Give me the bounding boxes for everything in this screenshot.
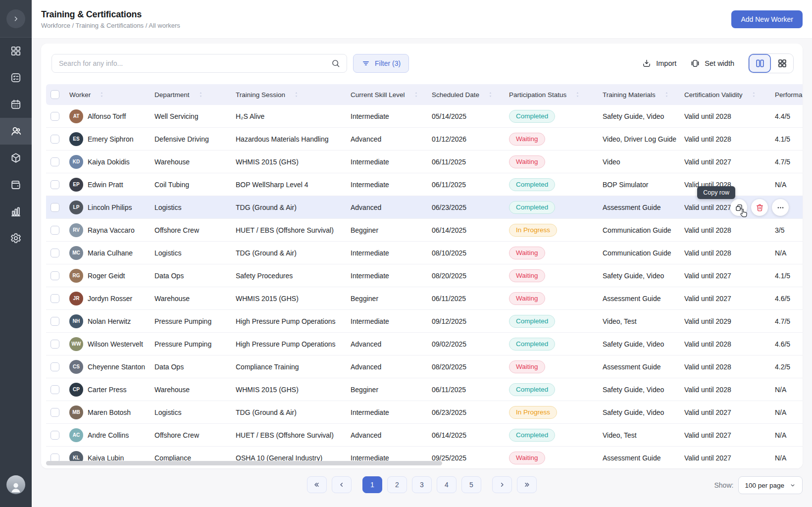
column-header-scheduled-date[interactable]: Scheduled Date xyxy=(432,91,509,99)
row-checkbox[interactable] xyxy=(51,112,59,121)
sort-icon[interactable] xyxy=(100,91,104,99)
sort-icon[interactable] xyxy=(664,91,669,99)
row-checkbox[interactable] xyxy=(51,203,59,212)
search-input[interactable] xyxy=(51,54,347,73)
certification-validity-cell: Valid until 2027 xyxy=(684,158,775,166)
sort-icon[interactable] xyxy=(294,91,299,99)
horizontal-scrollbar[interactable] xyxy=(46,461,442,465)
row-checkbox[interactable] xyxy=(51,408,59,417)
sidebar-item-finance[interactable] xyxy=(0,171,32,198)
table-row[interactable]: NHNolan HerwitzPressure PumpingHigh Pres… xyxy=(46,310,803,333)
row-checkbox[interactable] xyxy=(51,317,59,326)
status-badge: Waiting xyxy=(509,247,545,259)
table-row[interactable]: RVRayna VaccaroOffshore CrewHUET / EBS (… xyxy=(46,219,803,242)
page-button-5[interactable]: 5 xyxy=(461,476,481,493)
sort-icon[interactable] xyxy=(414,91,418,99)
row-checkbox[interactable] xyxy=(51,271,59,280)
row-checkbox[interactable] xyxy=(51,294,59,303)
next-page-button[interactable] xyxy=(492,476,512,493)
more-actions-button[interactable] xyxy=(772,199,789,216)
sort-icon[interactable] xyxy=(199,91,203,99)
scheduled-date-cell: 06/11/2025 xyxy=(432,158,509,166)
table-view-button[interactable] xyxy=(749,54,771,73)
table-row[interactable]: WWWilson WesterveltPressure PumpingHigh … xyxy=(46,333,803,355)
column-header-current-skill-level[interactable]: Current Skill Level xyxy=(351,91,432,99)
row-checkbox[interactable] xyxy=(51,226,59,235)
copy-row-button[interactable] xyxy=(730,199,747,216)
filter-button[interactable]: Filter (3) xyxy=(353,54,409,73)
sort-icon[interactable] xyxy=(575,91,580,99)
column-header-worker[interactable]: Worker xyxy=(69,91,154,99)
table-row[interactable]: CSCheyenne StantonData OpsCompliance Tra… xyxy=(46,355,803,378)
add-new-worker-button[interactable]: Add New Worker xyxy=(731,10,803,28)
worker-cell: RGRoger Geidt xyxy=(69,269,154,283)
sidebar-item-calendar[interactable] xyxy=(0,91,32,118)
sidebar-nav xyxy=(0,38,32,252)
table-row[interactable]: ATAlfonso TorffWell ServicingH₂S AliveIn… xyxy=(46,105,803,128)
table-row[interactable]: RGRoger GeidtData OpsSafety ProceduresIn… xyxy=(46,264,803,287)
row-checkbox[interactable] xyxy=(51,157,59,166)
worker-cell: KDKaiya Dokidis xyxy=(69,155,154,169)
column-header-certification-validity[interactable]: Certification Validity xyxy=(684,91,775,99)
column-header-training-materials[interactable]: Training Materials xyxy=(603,91,684,99)
avatar: EP xyxy=(69,178,83,192)
sidebar-item-assets[interactable] xyxy=(0,145,32,171)
row-checkbox[interactable] xyxy=(51,340,59,349)
row-checkbox[interactable] xyxy=(51,385,59,394)
table-row[interactable]: KDKaiya DokidisWarehouseWHMIS 2015 (GHS)… xyxy=(46,151,803,173)
sidebar-item-reports[interactable] xyxy=(0,198,32,225)
sort-icon[interactable] xyxy=(752,91,756,99)
worker-name: Lincoln Philips xyxy=(88,203,132,211)
avatar: KD xyxy=(69,155,83,169)
table-row[interactable]: MCMaria CulhaneLogisticsTDG (Ground & Ai… xyxy=(46,242,803,264)
sidebar-item-tasks[interactable] xyxy=(0,64,32,91)
prev-page-button[interactable] xyxy=(332,476,352,493)
table-row[interactable]: CPCarter PressWarehouseWHMIS 2015 (GHS)B… xyxy=(46,378,803,401)
scheduled-date-cell: 01/12/2026 xyxy=(432,135,509,143)
import-icon xyxy=(642,58,652,68)
sidebar-item-settings[interactable] xyxy=(0,225,32,252)
table-row[interactable]: MBMaren BotoshLogisticsTDG (Ground & Air… xyxy=(46,401,803,424)
sidebar-expand-button[interactable] xyxy=(6,9,25,28)
select-all-checkbox[interactable] xyxy=(51,90,59,99)
column-header-participation-status[interactable]: Participation Status xyxy=(509,91,603,99)
row-checkbox[interactable] xyxy=(51,431,59,440)
column-header-training-session[interactable]: Training Session xyxy=(236,91,351,99)
scheduled-date-cell: 09/02/2025 xyxy=(432,340,509,348)
sidebar-item-workers[interactable] xyxy=(0,118,32,145)
table-row[interactable]: ESEmery SiphronDefensive DrivingHazardou… xyxy=(46,128,803,151)
scheduled-date-cell: 06/11/2025 xyxy=(432,386,509,394)
page-button-2[interactable]: 2 xyxy=(387,476,407,493)
user-avatar[interactable] xyxy=(6,475,25,494)
filter-label: Filter (3) xyxy=(375,59,401,67)
sidebar-item-dashboard[interactable] xyxy=(0,38,32,64)
page-button-4[interactable]: 4 xyxy=(437,476,457,493)
certification-validity-cell: Valid until 2027 xyxy=(684,408,775,416)
search-icon[interactable] xyxy=(331,58,341,68)
row-checkbox[interactable] xyxy=(51,249,59,257)
sort-icon[interactable] xyxy=(488,91,493,99)
table-row[interactable]: JRJordyn RosserWarehouseWHMIS 2015 (GHS)… xyxy=(46,287,803,310)
table-row[interactable]: LPLincoln PhilipsLogisticsTDG (Ground & … xyxy=(46,196,803,219)
gear-icon xyxy=(10,232,22,244)
table-row[interactable]: ACAndre CollinsOffshore CrewHUET / EBS (… xyxy=(46,424,803,447)
row-checkbox[interactable] xyxy=(51,180,59,189)
page-size-select[interactable]: 100 per page xyxy=(738,476,803,494)
page-button-1[interactable]: 1 xyxy=(362,476,382,493)
skill-level-cell: Begginer xyxy=(351,226,432,234)
import-button[interactable]: Import xyxy=(642,58,676,68)
page-button-3[interactable]: 3 xyxy=(412,476,432,493)
table-row[interactable]: EPEdwin PrattCoil TubingBOP WellSharp Le… xyxy=(46,173,803,196)
row-checkbox[interactable] xyxy=(51,362,59,371)
trash-icon xyxy=(755,203,764,212)
column-header-performance[interactable]: Performance xyxy=(775,91,803,99)
grid-view-button[interactable] xyxy=(771,54,793,73)
column-header-department[interactable]: Department xyxy=(154,91,236,99)
first-page-button[interactable] xyxy=(307,476,327,493)
last-page-button[interactable] xyxy=(517,476,537,493)
delete-row-button[interactable] xyxy=(751,199,768,216)
skill-level-cell: Begginer xyxy=(351,386,432,394)
row-checkbox[interactable] xyxy=(51,135,59,144)
set-width-button[interactable]: Set width xyxy=(690,58,734,68)
breadcrumb[interactable]: Workforce / Training & Certifications / … xyxy=(41,22,180,29)
